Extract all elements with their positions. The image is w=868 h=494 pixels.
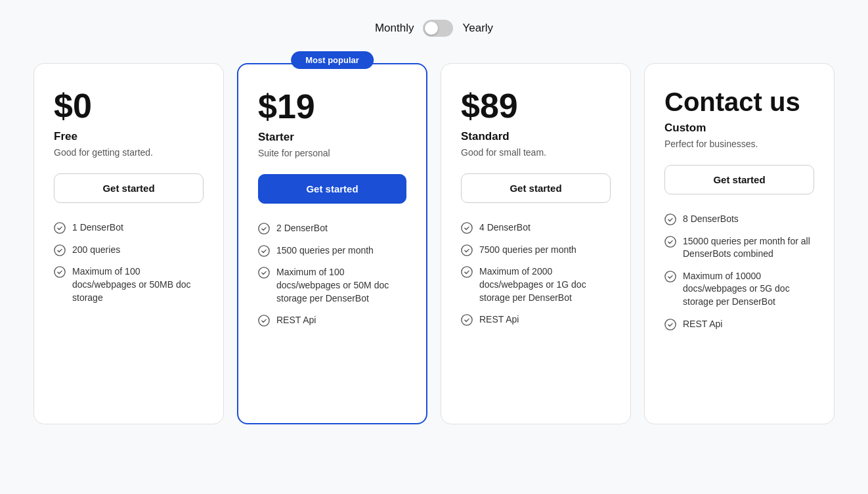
svg-point-0 (54, 223, 65, 233)
feature-item: Maximum of 10000 docs/webpages or 5G doc… (664, 270, 814, 309)
check-icon (54, 222, 66, 234)
plan-wrapper-standard: $89StandardGood for small team.Get start… (441, 63, 631, 424)
yearly-label: Yearly (462, 22, 493, 35)
feature-item: 200 queries (54, 244, 204, 257)
popular-badge: Most popular (291, 51, 374, 69)
svg-point-11 (665, 214, 676, 225)
billing-toggle: Monthly Yearly (375, 20, 493, 37)
svg-point-5 (259, 267, 269, 278)
features-list-custom: 8 DenserBots15000 queries per month for … (664, 213, 814, 330)
feature-item: 2 DenserBot (258, 222, 406, 235)
plan-wrapper-free: $0FreeGood for getting started.Get start… (33, 63, 224, 424)
check-icon (258, 315, 270, 326)
feature-item: 8 DenserBots (664, 213, 814, 226)
check-icon (461, 266, 473, 278)
svg-point-1 (54, 245, 65, 256)
plan-desc-standard: Good for small team. (461, 147, 611, 158)
svg-point-3 (259, 223, 269, 234)
check-icon (461, 244, 473, 256)
plan-price-free: $0 (54, 87, 204, 125)
check-icon (54, 244, 66, 256)
svg-point-9 (462, 267, 472, 277)
plan-name-standard: Standard (461, 130, 611, 143)
check-icon (461, 222, 473, 234)
check-icon (664, 271, 676, 282)
plan-card-free: $0FreeGood for getting started.Get start… (33, 63, 224, 424)
feature-text: 8 DenserBots (683, 213, 739, 226)
plan-card-starter: $19StarterSuite for personalGet started2… (237, 63, 427, 424)
plan-wrapper-starter: Most popular$19StarterSuite for personal… (237, 63, 427, 424)
get-started-button-starter[interactable]: Get started (258, 174, 406, 204)
billing-toggle-switch[interactable] (423, 20, 453, 37)
feature-item: 1500 queries per month (258, 244, 406, 258)
plan-wrapper-custom: Contact usCustomPerfect for businesses.G… (644, 63, 835, 424)
svg-point-7 (462, 223, 472, 233)
toggle-knob (425, 22, 438, 35)
features-list-free: 1 DenserBot200 queriesMaximum of 100 doc… (54, 221, 204, 304)
get-started-button-custom[interactable]: Get started (664, 165, 814, 194)
check-icon (664, 213, 676, 225)
plan-desc-free: Good for getting started. (54, 147, 204, 158)
plan-price-custom: Contact us (664, 87, 814, 116)
svg-point-8 (462, 245, 472, 256)
feature-text: Maximum of 2000 docs/webpages or 1G doc … (479, 265, 611, 304)
feature-item: REST Api (258, 314, 406, 327)
feature-item: Maximum of 2000 docs/webpages or 1G doc … (461, 265, 611, 304)
feature-text: 15000 queries per month for all DenserBo… (683, 235, 814, 261)
svg-point-10 (462, 315, 472, 325)
plan-price-standard: $89 (461, 87, 611, 125)
feature-text: 1500 queries per month (276, 244, 374, 258)
feature-item: 7500 queries per month (461, 244, 611, 257)
check-icon (258, 267, 270, 279)
svg-point-13 (665, 271, 676, 282)
feature-text: 4 DenserBot (479, 221, 531, 235)
feature-text: Maximum of 100 docs/webpages or 50M doc … (276, 266, 406, 305)
check-icon (258, 245, 270, 257)
feature-item: Maximum of 100 docs/webpages or 50MB doc… (54, 265, 204, 304)
feature-text: 200 queries (72, 244, 120, 257)
feature-text: REST Api (683, 318, 722, 331)
feature-text: Maximum of 10000 docs/webpages or 5G doc… (683, 270, 814, 309)
svg-point-14 (665, 319, 676, 329)
plan-desc-starter: Suite for personal (258, 148, 406, 158)
plan-name-starter: Starter (258, 131, 406, 144)
feature-item: 15000 queries per month for all DenserBo… (664, 235, 814, 261)
get-started-button-free[interactable]: Get started (54, 173, 204, 203)
feature-item: REST Api (461, 313, 611, 326)
feature-text: Maximum of 100 docs/webpages or 50MB doc… (72, 265, 204, 304)
plan-desc-custom: Perfect for businesses. (664, 139, 814, 149)
features-list-starter: 2 DenserBot1500 queries per monthMaximum… (258, 222, 406, 327)
plan-card-standard: $89StandardGood for small team.Get start… (441, 63, 631, 424)
feature-text: 1 DenserBot (72, 221, 123, 235)
check-icon (461, 314, 473, 326)
plan-card-custom: Contact usCustomPerfect for businesses.G… (644, 63, 835, 424)
svg-point-2 (54, 267, 65, 277)
plan-price-starter: $19 (258, 88, 406, 125)
feature-text: 7500 queries per month (479, 244, 576, 257)
plans-container: $0FreeGood for getting started.Get start… (14, 63, 854, 424)
feature-item: Maximum of 100 docs/webpages or 50M doc … (258, 266, 406, 305)
feature-text: 2 DenserBot (276, 222, 328, 235)
feature-item: REST Api (664, 318, 814, 331)
feature-text: REST Api (276, 314, 316, 327)
monthly-label: Monthly (375, 22, 414, 35)
check-icon (664, 319, 676, 330)
feature-item: 1 DenserBot (54, 221, 204, 235)
svg-point-12 (665, 236, 676, 246)
check-icon (258, 223, 270, 235)
get-started-button-standard[interactable]: Get started (461, 173, 611, 203)
plan-name-free: Free (54, 130, 204, 143)
plan-name-custom: Custom (664, 122, 814, 135)
svg-point-4 (259, 246, 269, 256)
check-icon (664, 236, 676, 248)
svg-point-6 (259, 315, 269, 326)
check-icon (54, 266, 66, 278)
feature-item: 4 DenserBot (461, 221, 611, 235)
feature-text: REST Api (479, 313, 519, 326)
features-list-standard: 4 DenserBot7500 queries per monthMaximum… (461, 221, 611, 326)
